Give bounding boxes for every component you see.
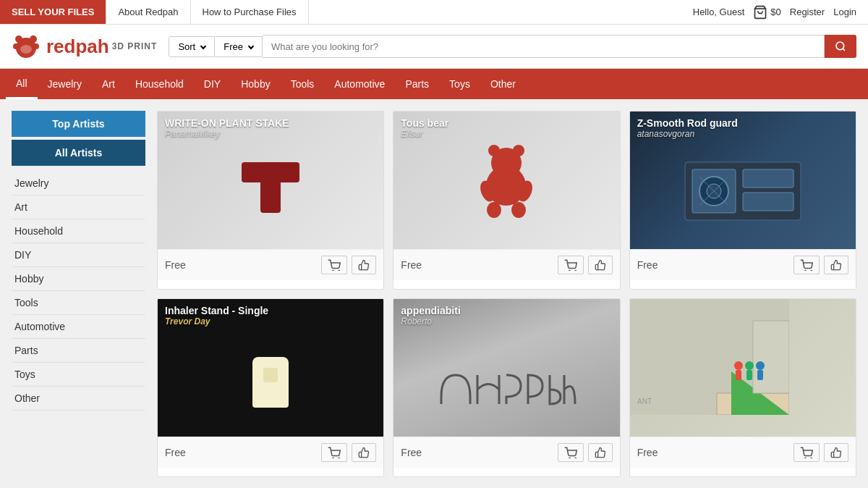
cat-nav-all[interactable]: All	[6, 69, 38, 99]
sidebar-item-household[interactable]: Household	[12, 219, 145, 243]
cat-nav-household[interactable]: Household	[125, 69, 194, 99]
sidebar-item-automotive[interactable]: Automotive	[12, 315, 145, 339]
all-artists-button[interactable]: All Artists	[12, 140, 145, 166]
product-title-4: appendiabiti	[401, 305, 612, 316]
svg-line-8	[843, 49, 845, 51]
add-to-cart-button-1[interactable]	[558, 256, 584, 274]
svg-point-33	[734, 361, 743, 370]
svg-point-27	[569, 458, 570, 459]
login-link[interactable]: Login	[833, 7, 856, 17]
product-image-1[interactable]: Tous bear Elisur	[393, 112, 619, 249]
cat-nav-toys[interactable]: Toys	[439, 69, 480, 99]
product-image-4[interactable]: appendiabiti Roberto	[393, 299, 619, 437]
cart-button[interactable]: $0	[753, 5, 780, 20]
product-price-1: Free	[401, 259, 557, 271]
main-content: Top Artists All Artists Jewelry Art Hous…	[0, 99, 868, 488]
cat-nav-other[interactable]: Other	[480, 69, 526, 99]
product-title-1: Tous bear	[401, 117, 612, 129]
sidebar-item-parts[interactable]: Parts	[12, 339, 145, 363]
rod-guard-visual	[671, 148, 815, 235]
about-link[interactable]: About Redpah	[106, 0, 190, 24]
sidebar: Top Artists All Artists Jewelry Art Hous…	[12, 111, 145, 477]
product-actions-0	[321, 256, 376, 274]
product-author-2: atanasovgoran	[637, 129, 848, 139]
product-footer-1: Free	[393, 249, 619, 280]
register-link[interactable]: Register	[790, 7, 825, 17]
cart-icon	[753, 5, 767, 20]
cart-icon-1	[564, 259, 577, 271]
svg-point-24	[339, 458, 340, 459]
svg-point-5	[33, 43, 39, 49]
cat-nav-art[interactable]: Art	[92, 69, 125, 99]
product-actions-5	[793, 443, 848, 462]
top-bar: SELL YOUR FILES About Redpah How to Purc…	[0, 0, 868, 25]
logo-area: redpah 3D PRINT	[12, 32, 157, 61]
add-to-cart-button-2[interactable]	[793, 256, 820, 274]
cat-nav-tools[interactable]: Tools	[281, 69, 325, 99]
svg-point-40	[805, 458, 807, 459]
sidebar-item-other[interactable]: Other	[12, 387, 145, 411]
product-footer-2: Free	[630, 249, 856, 280]
sort-button[interactable]: Sort	[169, 36, 215, 57]
like-button-4[interactable]	[588, 443, 613, 462]
sidebar-item-art[interactable]: Art	[12, 195, 145, 219]
like-button-2[interactable]	[824, 256, 848, 274]
thumbsup-icon-4	[595, 447, 606, 458]
add-to-cart-button-3[interactable]	[321, 443, 347, 462]
bear-leg-right	[511, 202, 526, 218]
product-info-overlay-4: appendiabiti Roberto	[393, 299, 619, 329]
product-card-3: Inhaler Stand - Single Trevor Day Free	[157, 298, 384, 477]
svg-point-12	[575, 271, 576, 272]
product-image-3[interactable]: Inhaler Stand - Single Trevor Day	[158, 299, 383, 437]
svg-rect-16	[743, 193, 793, 211]
svg-point-11	[569, 271, 570, 272]
cat-nav-jewelry[interactable]: Jewelry	[38, 69, 92, 99]
cat-nav-parts[interactable]: Parts	[395, 69, 439, 99]
sidebar-item-tools[interactable]: Tools	[12, 291, 145, 315]
add-to-cart-button-5[interactable]	[793, 443, 820, 462]
product-image-0[interactable]: WRITE-ON PLANT STAKE PanamaMikey	[158, 112, 383, 249]
how-to-purchase-link[interactable]: How to Purchase Files	[191, 0, 309, 24]
cart-icon-3	[328, 447, 341, 458]
product-title-0: WRITE-ON PLANT STAKE	[165, 117, 376, 129]
cart-icon-5	[800, 447, 813, 458]
add-to-cart-button-0[interactable]	[321, 256, 347, 274]
search-icon	[835, 41, 846, 52]
svg-point-35	[745, 361, 754, 370]
svg-point-6	[20, 45, 32, 54]
sidebar-item-diy[interactable]: DIY	[12, 243, 145, 267]
search-button[interactable]	[825, 35, 856, 58]
cart-icon-4	[564, 447, 577, 458]
svg-rect-15	[743, 169, 793, 188]
product-author-3: Trevor Day	[165, 316, 376, 327]
like-button-3[interactable]	[352, 443, 376, 462]
top-nav-links: About Redpah How to Purchase Files	[106, 0, 308, 24]
print-label: 3D PRINT	[112, 41, 158, 51]
cat-nav-diy[interactable]: DIY	[194, 69, 231, 99]
like-button-5[interactable]	[824, 443, 848, 462]
free-filter-button[interactable]: Free	[215, 36, 263, 57]
search-input[interactable]	[263, 35, 825, 58]
like-button-1[interactable]	[588, 256, 613, 274]
sidebar-item-toys[interactable]: Toys	[12, 363, 145, 387]
top-artists-button[interactable]: Top Artists	[12, 111, 145, 137]
svg-point-37	[756, 361, 765, 370]
product-actions-3	[321, 443, 376, 462]
product-price-3: Free	[165, 447, 321, 458]
product-actions-1	[558, 256, 613, 274]
like-button-0[interactable]	[352, 256, 376, 274]
sidebar-item-jewelry[interactable]: Jewelry	[12, 172, 145, 195]
header: redpah 3D PRINT Sort Free	[0, 25, 868, 69]
product-image-2[interactable]: Z-Smooth Rod guard atanasovgoran	[630, 112, 856, 249]
thumbsup-icon-0	[358, 259, 370, 271]
cat-nav-hobby[interactable]: Hobby	[231, 69, 280, 99]
product-card-0: WRITE-ON PLANT STAKE PanamaMikey Free	[157, 111, 384, 290]
product-actions-4	[558, 443, 613, 462]
add-to-cart-button-4[interactable]	[558, 443, 584, 462]
sell-files-button[interactable]: SELL YOUR FILES	[0, 0, 106, 24]
sidebar-item-hobby[interactable]: Hobby	[12, 267, 145, 291]
cat-nav-automotive[interactable]: Automotive	[324, 69, 395, 99]
product-image-5[interactable]: Bulletin Board/Cubicle ... Shane	[630, 299, 856, 437]
product-price-5: Free	[637, 447, 793, 458]
cart-icon-0	[328, 259, 341, 271]
